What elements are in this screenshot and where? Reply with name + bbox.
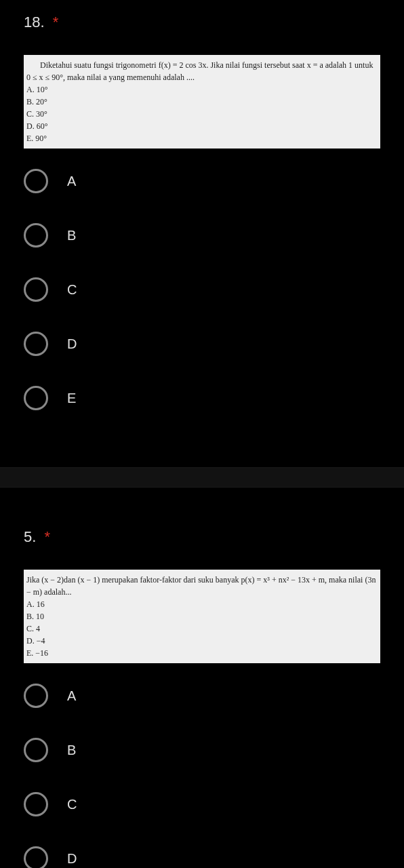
problem-choice-a: A. 10°	[26, 83, 378, 96]
option-label: C	[67, 282, 77, 298]
problem-image-18: Diketahui suatu fungsi trigonometri f(x)…	[24, 55, 380, 149]
option-label: D	[67, 336, 77, 352]
radio-icon	[24, 277, 48, 302]
problem-choice-e: E. 90°	[26, 132, 378, 144]
question-card-18: 18. * Diketahui suatu fungsi trigonometr…	[0, 0, 404, 467]
option-label: B	[67, 228, 76, 243]
problem-choice-d: D. −4	[26, 635, 378, 647]
question-card-5: 5. * Jika (x − 2)dan (x − 1) merupakan f…	[0, 515, 404, 868]
required-mark: *	[44, 528, 50, 545]
problem-choice-a: A. 16	[26, 598, 378, 610]
question-number: 5. *	[0, 515, 404, 546]
radio-icon	[24, 792, 48, 816]
option-d[interactable]: D	[24, 846, 380, 868]
option-d[interactable]: D	[24, 332, 380, 356]
problem-choice-c: C. 4	[26, 623, 378, 635]
option-c[interactable]: C	[24, 277, 380, 302]
option-c[interactable]: C	[24, 792, 380, 816]
option-label: A	[67, 174, 76, 189]
option-b[interactable]: B	[24, 738, 380, 762]
problem-image-5: Jika (x − 2)dan (x − 1) merupakan faktor…	[24, 570, 380, 663]
option-b[interactable]: B	[24, 223, 380, 248]
options-group-5: A B C D	[0, 677, 404, 868]
problem-choice-b: B. 20°	[26, 96, 378, 108]
problem-prompt: Diketahui suatu fungsi trigonometri f(x)…	[26, 59, 378, 83]
card-divider	[0, 467, 404, 488]
question-number: 18. *	[0, 0, 404, 31]
problem-choice-b: B. 10	[26, 610, 378, 623]
option-label: D	[67, 851, 77, 867]
problem-choice-c: C. 30°	[26, 108, 378, 120]
option-label: E	[67, 391, 76, 406]
problem-choice-d: D. 60°	[26, 120, 378, 132]
option-a[interactable]: A	[24, 169, 380, 193]
options-group-18: A B C D E	[0, 162, 404, 410]
radio-icon	[24, 386, 48, 410]
option-e[interactable]: E	[24, 386, 380, 410]
radio-icon	[24, 169, 48, 193]
option-a[interactable]: A	[24, 684, 380, 708]
option-label: A	[67, 688, 76, 704]
question-number-text: 18.	[24, 14, 45, 31]
radio-icon	[24, 738, 48, 762]
radio-icon	[24, 846, 48, 868]
problem-prompt: Jika (x − 2)dan (x − 1) merupakan faktor…	[26, 574, 378, 598]
radio-icon	[24, 223, 48, 248]
question-number-text: 5.	[24, 528, 36, 545]
radio-icon	[24, 332, 48, 356]
radio-icon	[24, 684, 48, 708]
required-mark: *	[53, 14, 59, 31]
option-label: C	[67, 797, 77, 812]
option-label: B	[67, 743, 76, 758]
problem-choice-e: E. −16	[26, 647, 378, 659]
